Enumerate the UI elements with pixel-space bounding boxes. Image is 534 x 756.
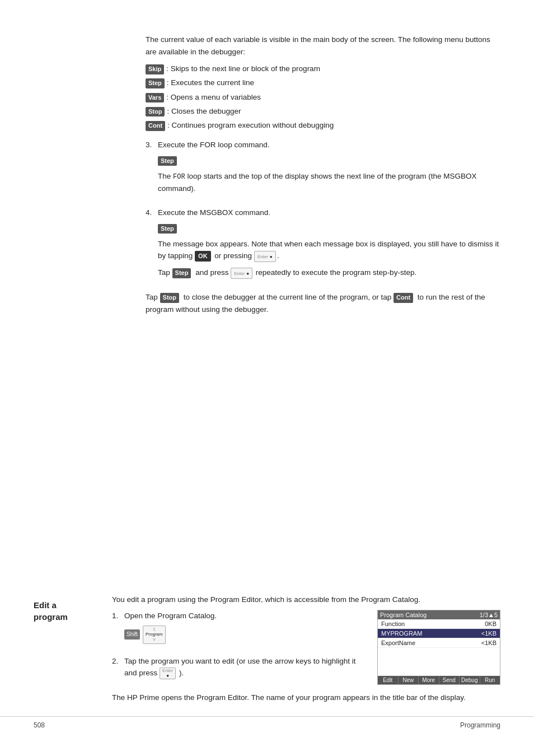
left-margin: [34, 34, 146, 582]
edit-intro: You edit a program using the Program Edi…: [112, 594, 500, 606]
menu-item-skip: Skip : Skips to the next line or block o…: [146, 63, 500, 74]
step-4-body: Execute the MSGBOX command. Step The mes…: [158, 207, 500, 283]
main-content: The current value of each variable is vi…: [146, 34, 500, 582]
catalog-screenshot-col: Program Catalog 1/3▲5 Function 0KB MYPRO…: [372, 610, 500, 685]
step-3-body: Execute the FOR loop command. Step The F…: [158, 139, 500, 199]
enter-key-1: Enter ●: [254, 251, 276, 262]
step-3-btn-block: Step: [158, 155, 500, 167]
catalog-row-1: MYPROGRAM <1KB: [378, 629, 500, 638]
catalog-screenshot: Program Catalog 1/3▲5 Function 0KB MYPRO…: [377, 610, 500, 685]
catalog-row-2-size: <1KB: [481, 640, 496, 646]
stop-inline-btn: Stop: [160, 293, 179, 302]
step-3: 3. Execute the FOR loop command. Step Th…: [146, 139, 500, 199]
step-4-detail2: Tap Step and press Enter ● repeatedly to…: [158, 267, 500, 279]
catalog-btn-run[interactable]: Run: [480, 676, 500, 684]
catalog-btn-send[interactable]: Send: [439, 676, 460, 684]
enter-key-3: Enter ●: [160, 668, 176, 680]
edit-heading-col: Edit a program: [0, 594, 112, 708]
page-number: 508: [34, 721, 45, 729]
edit-step-2-num: 2.: [112, 655, 124, 680]
tap-stop-para: Tap Stop to close the debugger at the cu…: [146, 291, 500, 315]
step-description: : Executes the current line: [167, 77, 254, 88]
catalog-row-1-name: MYPROGRAM: [381, 630, 422, 637]
catalog-row-0: Function 0KB: [378, 619, 500, 629]
page: The current value of each variable is vi…: [0, 0, 534, 756]
cont-inline-btn: Cont: [394, 293, 413, 302]
stop-description: : Closes the debugger: [167, 106, 241, 117]
shift-key-label: Shift: [124, 629, 140, 640]
edit-steps-left: 1. Open the Program Catalog. Shift 1 Pro…: [112, 610, 363, 687]
step-btn-label: Step: [146, 78, 165, 88]
step-3-btn: Step: [158, 156, 177, 166]
page-section: Programming: [460, 721, 500, 729]
edit-step-1-text: Open the Program Catalog.: [124, 612, 217, 620]
shift-key-block: Shift 1 Program Y: [124, 626, 363, 644]
intro-paragraph: The current value of each variable is vi…: [146, 34, 500, 58]
step-3-text: Execute the FOR loop command.: [158, 141, 270, 149]
catalog-empty-area: [378, 648, 500, 676]
edit-step-1-body: Open the Program Catalog. Shift 1 Progra…: [124, 610, 363, 647]
menu-item-vars: Vars : Opens a menu of variables: [146, 92, 500, 103]
step-4: 4. Execute the MSGBOX command. Step The …: [146, 207, 500, 283]
skip-btn-label: Skip: [146, 64, 164, 74]
menu-item-step: Step : Executes the current line: [146, 77, 500, 88]
step-4-btn: Step: [158, 224, 177, 234]
step-4-num: 4.: [146, 207, 158, 283]
catalog-row-0-name: Function: [381, 620, 405, 627]
skip-description: : Skips to the next line or block of the…: [166, 63, 320, 74]
edit-step-1-num: 1.: [112, 610, 124, 647]
catalog-btn-more[interactable]: More: [419, 676, 439, 684]
catalog-row-1-size: <1KB: [481, 630, 496, 637]
step-4-btn-block: Step: [158, 222, 500, 235]
after-steps-text: The HP Prime opens the Program Editor. T…: [112, 692, 500, 704]
catalog-row-2-name: ExportName: [381, 640, 415, 646]
menu-item-cont: Cont : Continues program execution witho…: [146, 120, 500, 131]
catalog-btn-debug[interactable]: Debug: [460, 676, 480, 684]
catalog-title: Program Catalog: [380, 612, 427, 618]
cont-description: : Continues program execution without de…: [167, 120, 334, 131]
menu-buttons-list: Skip : Skips to the next line or block o…: [146, 63, 500, 131]
catalog-btn-new[interactable]: New: [399, 676, 419, 684]
catalog-row-2: ExportName <1KB: [378, 638, 500, 648]
for-code: FOR: [173, 173, 185, 181]
step-3-detail: The FOR loop starts and the top of the d…: [158, 170, 500, 195]
step-3-num: 3.: [146, 139, 158, 199]
edit-step-2-body: Tap the program you want to edit (or use…: [124, 655, 363, 680]
vars-description: : Opens a menu of variables: [166, 92, 261, 103]
edit-step-2: 2. Tap the program you want to edit (or …: [112, 655, 363, 680]
step-inline: Step: [172, 268, 191, 278]
edit-section: Edit a program You edit a program using …: [0, 594, 534, 708]
vars-btn-label: Vars: [146, 93, 164, 102]
edit-heading: Edit a program: [34, 599, 112, 623]
catalog-btn-edit[interactable]: Edit: [378, 676, 399, 684]
edit-step-2-text: Tap the program you want to edit (or use…: [124, 657, 355, 678]
catalog-footer: Edit New More Send Debug Run: [378, 676, 500, 684]
catalog-row-0-size: 0KB: [485, 620, 496, 627]
step-4-text: Execute the MSGBOX command.: [158, 208, 270, 217]
catalog-title-bar: Program Catalog 1/3▲5: [378, 610, 500, 619]
stop-btn-label: Stop: [146, 107, 165, 116]
ok-btn: OK: [195, 251, 211, 262]
catalog-title-right: 1/3▲5: [480, 612, 498, 618]
step-4-detail1: The message box appears. Note that when …: [158, 238, 500, 263]
edit-step-1: 1. Open the Program Catalog. Shift 1 Pro…: [112, 610, 363, 647]
page-footer: 508 Programming: [0, 716, 534, 734]
edit-content: You edit a program using the Program Edi…: [112, 594, 534, 708]
cont-btn-label: Cont: [146, 121, 165, 130]
program-key: 1 Program Y: [143, 626, 166, 644]
enter-key-2: Enter ●: [231, 268, 252, 279]
menu-item-stop: Stop : Closes the debugger: [146, 106, 500, 117]
edit-steps-cols: 1. Open the Program Catalog. Shift 1 Pro…: [112, 610, 500, 687]
